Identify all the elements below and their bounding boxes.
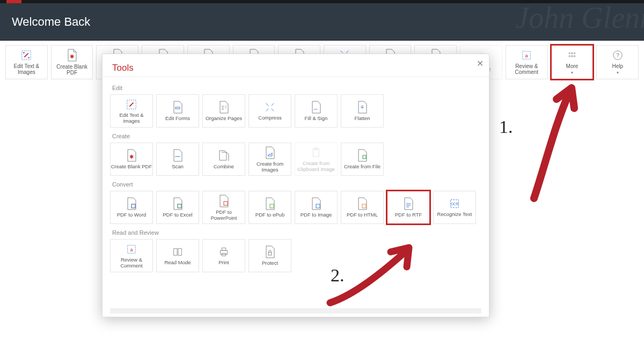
review-comment-button[interactable]: a Review & Comment — [506, 45, 548, 79]
tool-label: Flatten — [354, 115, 370, 121]
edit-text-images-button[interactable]: Edit Text & Images — [5, 45, 48, 79]
tool-label: PDF to ePub — [255, 212, 284, 218]
section-header-convert: Convert — [112, 181, 481, 188]
svg-rect-19 — [175, 107, 180, 109]
tool-compress[interactable]: Compress — [248, 94, 291, 128]
organize-icon — [218, 101, 229, 114]
svg-rect-28 — [316, 204, 320, 208]
combine-icon — [218, 149, 229, 162]
tool-label: Edit Text & Images — [111, 112, 152, 124]
tool-create-from-file[interactable]: Create from File — [341, 143, 384, 176]
ocr-icon: OCR — [449, 198, 460, 210]
review-icon: a — [126, 243, 137, 255]
tool-label: Organize Pages — [206, 115, 242, 121]
annotation-number-1: 1. — [499, 117, 513, 137]
more-button[interactable]: More ▾ — [551, 45, 594, 79]
svg-text:?: ? — [616, 53, 619, 58]
tool-label: PDF to PowerPoint — [203, 209, 245, 221]
tool-label: Read Mode — [164, 259, 191, 265]
edit-text-icon — [126, 99, 137, 110]
svg-rect-27 — [270, 204, 274, 208]
dialog-title: Tools — [103, 54, 489, 77]
rtf-icon — [403, 197, 414, 210]
word-icon — [126, 197, 137, 210]
svg-rect-34 — [221, 250, 228, 254]
tool-read-mode[interactable]: Read Mode — [156, 239, 199, 272]
read-tools-grid: aReview & Comment Read Mode Print Protec… — [110, 239, 481, 272]
signature-decoration: John Glenn — [515, 3, 644, 35]
tool-pdf-to-powerpoint[interactable]: PDF to PowerPoint — [202, 191, 245, 224]
tool-pdf-to-word[interactable]: PDF to Word — [110, 191, 153, 224]
button-label: More — [566, 63, 579, 69]
svg-text:✱: ✱ — [129, 154, 134, 160]
svg-point-15 — [574, 56, 575, 57]
more-grid-icon — [566, 49, 578, 61]
banner-title: Welcome Back — [12, 15, 90, 29]
dropdown-caret-icon: ▾ — [571, 70, 573, 75]
tool-pdf-to-excel[interactable]: PDF to Excel — [156, 191, 199, 224]
tool-label: PDF to Excel — [163, 212, 192, 218]
svg-text:a: a — [525, 53, 529, 58]
help-button[interactable]: ? Help ▾ — [596, 45, 639, 79]
tool-fill-sign[interactable]: Fill & Sign — [295, 94, 338, 128]
edit-text-icon — [20, 49, 32, 61]
svg-rect-37 — [268, 252, 272, 255]
svg-point-12 — [574, 53, 575, 54]
tool-label: Fill & Sign — [305, 115, 328, 121]
tool-pdf-to-epub[interactable]: PDF to ePub — [248, 191, 291, 224]
tool-label: PDF to HTML — [347, 212, 378, 218]
ppt-icon — [218, 195, 229, 207]
excel-icon — [172, 197, 183, 210]
tool-create-blank-pdf[interactable]: ✱Create Blank PDF — [110, 143, 153, 176]
file-icon — [357, 149, 368, 162]
tool-pdf-to-rtf[interactable]: PDF to RTF — [387, 191, 430, 224]
tool-pdf-to-image[interactable]: PDF to Image — [295, 191, 338, 224]
create-tools-grid: ✱Create Blank PDF Scan Combine Create fr… — [110, 143, 481, 176]
dropdown-caret-icon: ▾ — [617, 70, 619, 75]
tool-label: Combine — [214, 163, 234, 169]
tool-label: Recognize Text — [437, 211, 472, 217]
svg-rect-25 — [178, 204, 181, 208]
button-label: Help — [612, 63, 623, 69]
svg-point-2 — [28, 57, 30, 58]
create-blank-pdf-button[interactable]: ✱ Create Blank PDF — [51, 45, 93, 79]
tool-print[interactable]: Print — [202, 239, 245, 272]
tool-edit-forms[interactable]: Edit Forms — [156, 94, 199, 128]
tool-create-from-clipboard: Create from Clipboard Image — [295, 143, 338, 176]
compress-icon — [264, 101, 276, 113]
tool-protect[interactable]: Protect — [248, 239, 291, 272]
tool-edit-text-images[interactable]: Edit Text & Images — [110, 94, 153, 128]
horizontal-scrollbar[interactable] — [110, 308, 481, 314]
tool-combine[interactable]: Combine — [202, 143, 245, 176]
tool-scan[interactable]: Scan — [156, 143, 199, 176]
button-label: Review & Comment — [506, 63, 547, 75]
forms-icon — [172, 101, 183, 114]
close-button[interactable]: ✕ — [477, 58, 484, 69]
svg-text:✱: ✱ — [70, 54, 74, 59]
svg-point-13 — [569, 56, 570, 57]
button-label: Create Blank PDF — [52, 64, 93, 76]
svg-point-10 — [569, 53, 570, 54]
tool-flatten[interactable]: Flatten — [341, 94, 384, 128]
tool-recognize-text[interactable]: OCRRecognize Text — [433, 191, 476, 224]
tool-pdf-to-html[interactable]: PDF to HTML — [341, 191, 384, 224]
blank-pdf-icon: ✱ — [67, 49, 77, 62]
tool-review-comment[interactable]: aReview & Comment — [110, 239, 153, 272]
tool-label: Scan — [172, 163, 184, 169]
svg-text:a: a — [130, 247, 133, 252]
svg-rect-29 — [362, 204, 366, 208]
tool-label: PDF to Word — [117, 212, 147, 218]
svg-rect-35 — [222, 248, 225, 251]
image-doc-icon — [265, 146, 275, 159]
tool-organize-pages[interactable]: Organize Pages — [202, 94, 245, 128]
svg-point-14 — [572, 56, 573, 57]
tool-label: Create Blank PDF — [111, 163, 152, 169]
tool-create-from-images[interactable]: Create from Images — [248, 143, 291, 176]
svg-text:OCR: OCR — [451, 202, 459, 206]
annotation-arrow-1 — [513, 80, 582, 204]
tool-label: Compress — [258, 115, 281, 121]
section-header-edit: Edit — [112, 85, 481, 91]
flatten-icon — [357, 101, 368, 114]
epub-icon — [265, 197, 275, 210]
svg-point-1 — [23, 52, 25, 54]
